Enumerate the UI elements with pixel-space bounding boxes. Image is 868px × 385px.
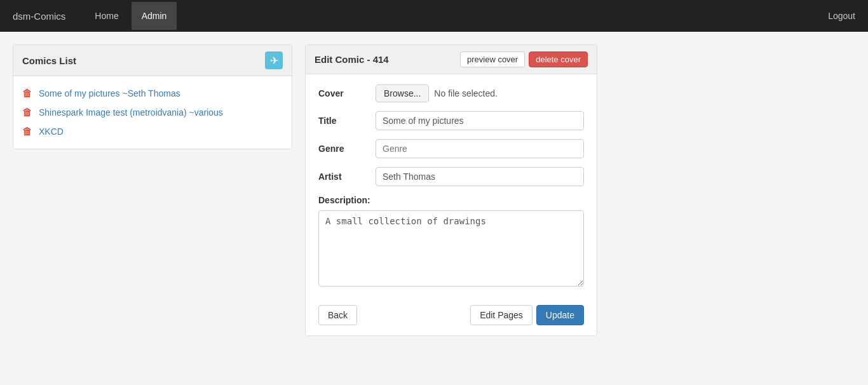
list-item: 🗑 Shinespark Image test (metroidvania) ~… xyxy=(22,103,283,122)
no-file-text: No file selected. xyxy=(434,88,498,98)
add-comic-button[interactable]: ✈ xyxy=(265,51,283,69)
genre-label: Genre xyxy=(318,144,376,154)
delete-icon-3[interactable]: 🗑 xyxy=(22,126,32,137)
comic-link-2[interactable]: Shinespark Image test (metroidvania) ~va… xyxy=(39,107,223,118)
app-brand: dsm-Comics xyxy=(13,11,65,22)
artist-input[interactable] xyxy=(376,167,584,186)
edit-pages-button[interactable]: Edit Pages xyxy=(470,305,532,325)
comics-list-header: Comics List ✈ xyxy=(13,45,292,76)
genre-input[interactable] xyxy=(376,139,584,158)
add-icon: ✈ xyxy=(270,55,278,67)
navbar: dsm-Comics Home Admin Logout xyxy=(0,0,868,32)
edit-comic-panel: Edit Comic - 414 preview cover delete co… xyxy=(305,44,597,336)
browse-button[interactable]: Browse... xyxy=(376,84,429,102)
comic-link-1[interactable]: Some of my pictures ~Seth Thomas xyxy=(39,88,180,98)
nav-admin[interactable]: Admin xyxy=(132,2,177,30)
back-button[interactable]: Back xyxy=(318,305,357,325)
description-textarea[interactable]: A small collection of drawings xyxy=(318,210,584,287)
cover-row: Cover Browse... No file selected. xyxy=(318,84,584,102)
artist-label: Artist xyxy=(318,172,376,182)
edit-panel-title: Edit Comic - 414 xyxy=(315,54,389,65)
comic-link-3[interactable]: XKCD xyxy=(39,126,64,137)
comics-list-panel: Comics List ✈ 🗑 Some of my pictures ~Set… xyxy=(13,44,292,149)
nav-links: Home Admin xyxy=(85,2,828,30)
form-footer: Back Edit Pages Update xyxy=(306,299,597,335)
title-input[interactable] xyxy=(376,111,584,130)
description-section: Description: A small collection of drawi… xyxy=(318,195,584,288)
delete-icon-2[interactable]: 🗑 xyxy=(22,107,32,118)
edit-panel-header: Edit Comic - 414 preview cover delete co… xyxy=(306,45,597,74)
genre-row: Genre xyxy=(318,139,584,158)
edit-form-body: Cover Browse... No file selected. Title … xyxy=(306,74,597,299)
delete-cover-button[interactable]: delete cover xyxy=(529,51,588,67)
title-label: Title xyxy=(318,116,376,126)
logout-link[interactable]: Logout xyxy=(828,11,855,21)
list-item: 🗑 XKCD xyxy=(22,122,283,141)
cover-file-input: Browse... No file selected. xyxy=(376,84,498,102)
artist-row: Artist xyxy=(318,167,584,186)
list-item: 🗑 Some of my pictures ~Seth Thomas xyxy=(22,84,283,103)
cover-label: Cover xyxy=(318,88,376,98)
comics-list-body: 🗑 Some of my pictures ~Seth Thomas 🗑 Shi… xyxy=(13,76,292,149)
update-button[interactable]: Update xyxy=(536,305,584,325)
description-label: Description: xyxy=(318,195,584,205)
main-content: Comics List ✈ 🗑 Some of my pictures ~Set… xyxy=(0,32,868,349)
footer-right-buttons: Edit Pages Update xyxy=(470,305,584,325)
title-row: Title xyxy=(318,111,584,130)
nav-home[interactable]: Home xyxy=(85,2,128,30)
edit-header-buttons: preview cover delete cover xyxy=(460,51,588,67)
preview-cover-button[interactable]: preview cover xyxy=(460,51,525,67)
delete-icon-1[interactable]: 🗑 xyxy=(22,88,32,99)
comics-list-title: Comics List xyxy=(22,55,76,66)
